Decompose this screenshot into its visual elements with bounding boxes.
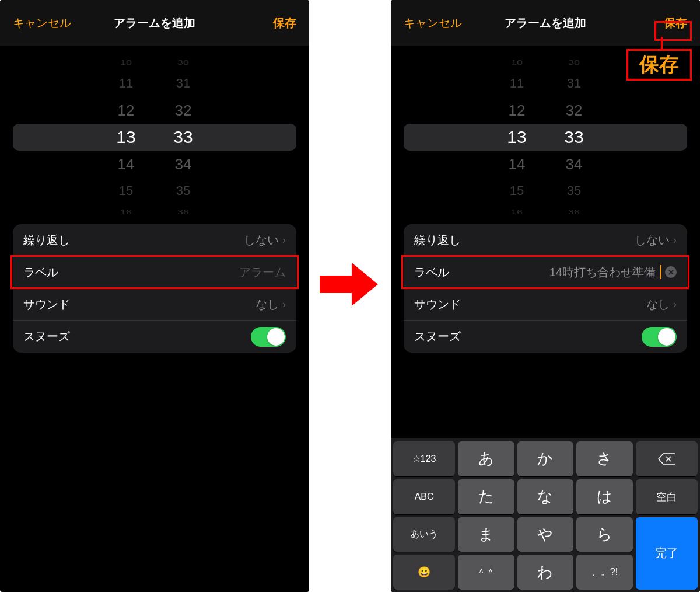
callout-save: 保存 [626, 49, 692, 81]
japanese-keyboard: ☆123 あ か さ ABC た な は 空白 あいう ま や ら 完了 😀 ＾… [391, 438, 700, 592]
repeat-row[interactable]: 繰り返し しない › [404, 224, 687, 256]
sound-row[interactable]: サウンド なし › [404, 288, 687, 321]
minute-option[interactable]: 36 [158, 207, 208, 217]
snooze-toggle[interactable] [642, 327, 677, 347]
chevron-right-icon: › [673, 298, 677, 311]
key-backspace[interactable] [636, 441, 698, 476]
minute-option[interactable]: 36 [549, 207, 599, 217]
minute-selected[interactable]: 33 [549, 124, 599, 151]
minute-option[interactable]: 35 [549, 177, 599, 204]
cancel-button[interactable]: キャンセル [404, 15, 462, 31]
minute-option[interactable]: 34 [158, 151, 208, 177]
sound-row[interactable]: サウンド なし › [13, 288, 296, 321]
hour-selected[interactable]: 13 [101, 124, 151, 151]
save-button[interactable]: 保存 [273, 15, 296, 31]
nav-bar: キャンセル アラームを追加 保存 [391, 0, 700, 46]
repeat-label: 繰り返し [23, 232, 70, 248]
key-ya[interactable]: や [517, 517, 574, 552]
hour-option[interactable]: 15 [101, 177, 151, 204]
hour-option[interactable]: 16 [101, 207, 151, 217]
hour-option[interactable]: 11 [492, 70, 542, 97]
hour-selected[interactable]: 13 [492, 124, 542, 151]
sound-value: なし › [646, 297, 677, 312]
left-screenshot: キャンセル アラームを追加 保存 10 11 12 13 14 15 16 30… [0, 0, 309, 592]
repeat-row[interactable]: 繰り返し しない › [13, 224, 296, 256]
snooze-toggle[interactable] [251, 327, 286, 347]
backspace-icon [658, 452, 676, 465]
chevron-right-icon: › [282, 234, 286, 246]
label-placeholder: アラーム [239, 264, 286, 280]
minute-column[interactable]: 30 31 32 33 34 35 36 [158, 55, 208, 213]
hour-option[interactable]: 10 [492, 58, 542, 67]
page-title: アラームを追加 [114, 15, 195, 31]
label-row[interactable]: ラベル 14時打ち合わせ準備 ✕ [404, 256, 687, 288]
hour-option[interactable]: 11 [101, 70, 151, 97]
repeat-value: しない › [244, 232, 286, 248]
label-label: ラベル [414, 264, 449, 280]
key-ha[interactable]: は [576, 479, 633, 514]
key-punct[interactable]: 、。?! [576, 555, 633, 590]
cancel-button[interactable]: キャンセル [13, 15, 71, 31]
toggle-knob [267, 328, 285, 346]
hour-option[interactable]: 12 [101, 97, 151, 124]
snooze-label: スヌーズ [414, 329, 461, 344]
hour-column[interactable]: 10 11 12 13 14 15 16 [492, 55, 542, 213]
hour-column[interactable]: 10 11 12 13 14 15 16 [101, 55, 151, 213]
text-cursor [660, 265, 662, 279]
key-space[interactable]: 空白 [636, 479, 698, 514]
key-num-mode[interactable]: ☆123 [393, 441, 455, 476]
minute-option[interactable]: 34 [549, 151, 599, 177]
clear-text-icon[interactable]: ✕ [665, 266, 677, 278]
arrow-right-icon [320, 263, 378, 306]
minute-option[interactable]: 32 [158, 97, 208, 124]
minute-selected[interactable]: 33 [158, 124, 208, 151]
chevron-right-icon: › [673, 234, 677, 246]
label-row[interactable]: ラベル アラーム [13, 256, 296, 288]
hour-option[interactable]: 10 [101, 58, 151, 67]
key-ka[interactable]: か [517, 441, 574, 476]
nav-bar: キャンセル アラームを追加 保存 [0, 0, 309, 46]
key-abc-mode[interactable]: ABC [393, 479, 455, 514]
minute-option[interactable]: 35 [158, 177, 208, 204]
minute-option[interactable]: 31 [549, 70, 599, 97]
highlight-save-small [654, 21, 692, 41]
sound-label: サウンド [414, 297, 461, 312]
key-kana-mode[interactable]: あいう [393, 517, 455, 552]
minute-option[interactable]: 32 [549, 97, 599, 124]
page-title: アラームを追加 [505, 15, 586, 31]
time-picker[interactable]: 10 11 12 13 14 15 16 30 31 32 33 34 35 3… [0, 49, 309, 213]
minute-option[interactable]: 30 [549, 58, 599, 67]
key-ta[interactable]: た [458, 479, 514, 514]
hour-option[interactable]: 15 [492, 177, 542, 204]
label-value: 14時打ち合わせ準備 ✕ [550, 264, 677, 280]
repeat-label: 繰り返し [414, 232, 461, 248]
hour-option[interactable]: 12 [492, 97, 542, 124]
key-done[interactable]: 完了 [636, 517, 698, 590]
sound-label: サウンド [23, 297, 70, 312]
sound-value: なし › [256, 297, 286, 312]
key-komoji[interactable]: ＾＾ [458, 555, 514, 590]
toggle-knob [658, 328, 676, 346]
repeat-value: しない › [635, 232, 677, 248]
key-na[interactable]: な [517, 479, 574, 514]
minute-column[interactable]: 30 31 32 33 34 35 36 [549, 55, 599, 213]
hour-option[interactable]: 16 [492, 207, 542, 217]
snooze-label: スヌーズ [23, 329, 70, 344]
snooze-row: スヌーズ [404, 321, 687, 353]
right-screenshot: キャンセル アラームを追加 保存 保存 10 11 12 13 14 15 16… [391, 0, 700, 592]
key-wa[interactable]: わ [517, 555, 574, 590]
key-ma[interactable]: ま [458, 517, 514, 552]
minute-option[interactable]: 31 [158, 70, 208, 97]
settings-list: 繰り返し しない › ラベル 14時打ち合わせ準備 ✕ サウンド なし › スヌ… [404, 224, 687, 353]
key-ra[interactable]: ら [576, 517, 633, 552]
label-label: ラベル [23, 264, 58, 280]
hour-option[interactable]: 14 [492, 151, 542, 177]
hour-option[interactable]: 14 [101, 151, 151, 177]
settings-list: 繰り返し しない › ラベル アラーム サウンド なし › スヌーズ [13, 224, 296, 353]
key-a[interactable]: あ [458, 441, 514, 476]
key-emoji[interactable]: 😀 [393, 555, 455, 590]
chevron-right-icon: › [282, 298, 286, 311]
minute-option[interactable]: 30 [158, 58, 208, 67]
key-sa[interactable]: さ [576, 441, 633, 476]
snooze-row: スヌーズ [13, 321, 296, 353]
